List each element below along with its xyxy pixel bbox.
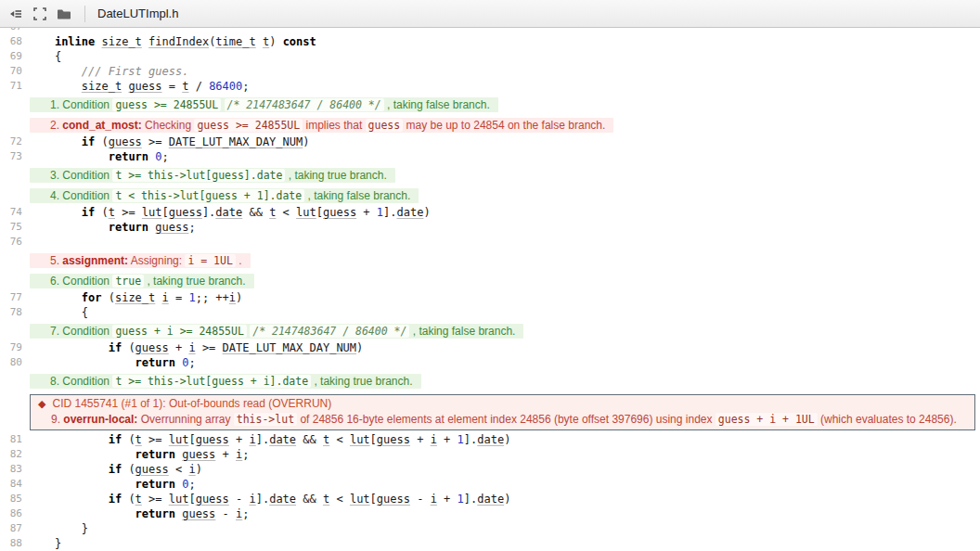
identifier-link[interactable]: time_t bbox=[215, 35, 255, 48]
line-number[interactable]: 84 bbox=[0, 478, 28, 490]
identifier-link[interactable]: DATE_LUT_MAX_DAY_NUM bbox=[223, 341, 357, 354]
identifier-link[interactable]: i bbox=[249, 433, 255, 446]
line-number[interactable]: 87 bbox=[0, 522, 28, 534]
line-number[interactable]: 73 bbox=[0, 150, 28, 162]
identifier-link[interactable]: i bbox=[431, 433, 437, 446]
code-token: ) bbox=[269, 35, 282, 48]
code-token: ]. bbox=[256, 433, 269, 446]
code-text: return 0; bbox=[28, 356, 196, 369]
line-number[interactable]: 71 bbox=[0, 80, 28, 92]
identifier-link[interactable]: size_t bbox=[82, 80, 122, 93]
identifier-link[interactable]: findIndex bbox=[148, 35, 209, 48]
identifier-link[interactable]: t bbox=[109, 206, 115, 219]
line-number[interactable]: 67 bbox=[0, 28, 28, 32]
line-number[interactable]: 69 bbox=[0, 50, 28, 62]
identifier-link[interactable]: guess bbox=[196, 493, 229, 506]
code-token: } bbox=[28, 522, 88, 535]
code-token bbox=[142, 35, 148, 48]
identifier-link[interactable]: lut bbox=[350, 493, 370, 506]
identifier-link[interactable]: guess bbox=[377, 493, 410, 506]
keyword-token: if bbox=[109, 433, 122, 446]
code-token: ) bbox=[504, 493, 510, 506]
line-number[interactable]: 79 bbox=[0, 341, 28, 353]
code-line: 82 return guess + i; bbox=[0, 448, 980, 463]
identifier-link[interactable]: date bbox=[477, 433, 504, 446]
line-number[interactable]: 75 bbox=[0, 221, 28, 233]
identifier-link[interactable]: i bbox=[162, 291, 169, 304]
code-token: < bbox=[276, 206, 296, 219]
code-token: ; bbox=[242, 80, 249, 93]
identifier-link[interactable]: date bbox=[215, 206, 242, 219]
annotation-text: , taking false branch. bbox=[409, 325, 515, 338]
identifier-link[interactable]: lut bbox=[350, 433, 370, 446]
identifier-link[interactable]: DATE_LUT_MAX_DAY_NUM bbox=[169, 135, 303, 148]
keyword-token: if bbox=[82, 206, 95, 219]
identifier-link[interactable]: date bbox=[477, 493, 504, 506]
keyword-token: return bbox=[135, 478, 175, 491]
identifier-link[interactable]: i bbox=[188, 463, 195, 476]
identifier-link[interactable]: guess bbox=[135, 463, 169, 476]
annotation-text: Checking bbox=[142, 119, 195, 132]
code-token: ; bbox=[188, 478, 195, 491]
identifier-link[interactable]: lut bbox=[296, 206, 316, 219]
code-line: 81 if (t >= lut[guess + i].date && t < l… bbox=[0, 433, 980, 448]
fullscreen-icon[interactable] bbox=[32, 6, 48, 22]
folder-icon[interactable] bbox=[56, 6, 72, 22]
identifier-link[interactable]: i bbox=[188, 341, 195, 354]
line-number[interactable]: 76 bbox=[0, 236, 28, 248]
code-text: if (t >= lut[guess - i].date && t < lut[… bbox=[28, 493, 510, 506]
keyword-token: inline bbox=[55, 35, 95, 48]
events-outline-icon[interactable] bbox=[7, 6, 24, 22]
line-number[interactable]: 80 bbox=[0, 356, 28, 368]
identifier-link[interactable]: guess bbox=[169, 206, 202, 219]
line-number[interactable]: 86 bbox=[0, 507, 28, 519]
line-number[interactable]: 74 bbox=[0, 206, 28, 218]
code-line: 84 return 0; bbox=[0, 478, 980, 493]
identifier-link[interactable]: guess bbox=[109, 135, 142, 148]
code-token bbox=[28, 35, 55, 48]
code-chip: guess >= 24855UL bbox=[112, 98, 221, 111]
annotation-text: , taking false branch. bbox=[384, 98, 490, 111]
code-chip: t >= this->lut[guess].date bbox=[112, 169, 285, 182]
identifier-link[interactable]: date bbox=[397, 206, 424, 219]
line-number[interactable]: 72 bbox=[0, 135, 28, 147]
identifier-link[interactable]: guess bbox=[182, 448, 215, 461]
line-number[interactable]: 83 bbox=[0, 463, 28, 475]
identifier-link[interactable]: guess bbox=[377, 433, 410, 446]
identifier-link[interactable]: size_t bbox=[115, 291, 155, 304]
identifier-link[interactable]: guess bbox=[135, 341, 169, 354]
identifier-link[interactable]: i bbox=[229, 291, 236, 304]
line-number[interactable]: 82 bbox=[0, 448, 28, 460]
identifier-link[interactable]: lut bbox=[169, 493, 189, 506]
identifier-link[interactable]: guess bbox=[155, 221, 188, 234]
annotation-text: (which evaluates to 24856). bbox=[818, 413, 957, 426]
identifier-link[interactable]: date bbox=[269, 433, 296, 446]
code-chip: true bbox=[112, 275, 144, 288]
identifier-link[interactable]: t bbox=[135, 433, 142, 446]
line-number[interactable]: 81 bbox=[0, 433, 28, 445]
identifier-link[interactable]: lut bbox=[142, 206, 162, 219]
code-viewport[interactable]: 6768 inline size_t findIndex(time_t t) c… bbox=[0, 28, 980, 551]
line-number[interactable]: 78 bbox=[0, 306, 28, 318]
number-token: 1 bbox=[188, 291, 195, 304]
keyword-token: return bbox=[109, 150, 148, 163]
identifier-link[interactable]: t bbox=[135, 493, 142, 506]
identifier-link[interactable]: date bbox=[269, 493, 296, 506]
identifier-link[interactable]: guess bbox=[323, 206, 356, 219]
identifier-link[interactable]: guess bbox=[128, 80, 161, 93]
event-annotation-row: 5. assignment: Assigning: i = 1UL . bbox=[0, 250, 980, 271]
line-number[interactable]: 70 bbox=[0, 65, 28, 77]
identifier-link[interactable]: i bbox=[431, 493, 437, 506]
code-text: inline size_t findIndex(time_t t) const bbox=[28, 35, 316, 48]
identifier-link[interactable]: guess bbox=[182, 507, 215, 520]
identifier-link[interactable]: size_t bbox=[102, 35, 142, 48]
identifier-link[interactable]: i bbox=[249, 493, 255, 506]
identifier-link[interactable]: guess bbox=[196, 433, 229, 446]
identifier-link[interactable]: lut bbox=[169, 433, 189, 446]
event-annotation-green: 4. Condition t < this->lut[guess + 1].da… bbox=[30, 188, 419, 203]
line-number[interactable]: 77 bbox=[0, 291, 28, 303]
line-number[interactable]: 85 bbox=[0, 493, 28, 505]
line-number[interactable]: 88 bbox=[0, 537, 28, 549]
line-number[interactable]: 68 bbox=[0, 35, 28, 47]
annotation-text: 6. Condition bbox=[50, 275, 112, 288]
